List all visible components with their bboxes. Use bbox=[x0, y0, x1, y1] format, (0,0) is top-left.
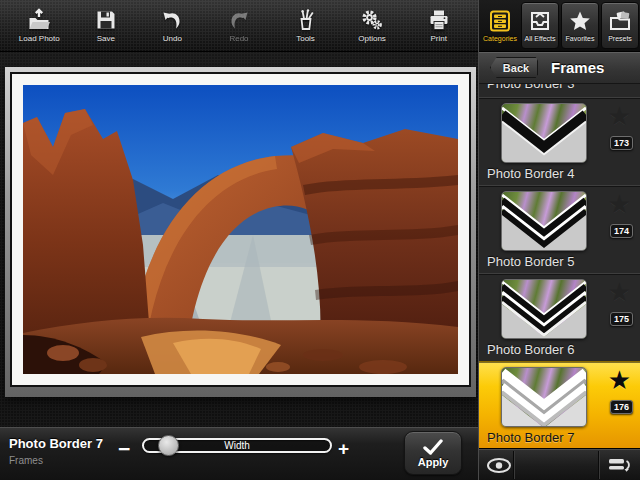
frame-thumbnail bbox=[501, 367, 587, 427]
toolbar-label: Undo bbox=[163, 34, 182, 43]
tab-label: Favorites bbox=[566, 35, 595, 42]
width-slider-thumb[interactable] bbox=[158, 435, 179, 456]
list-item[interactable]: ★ 173 Photo Border 4 bbox=[479, 97, 640, 185]
list-item[interactable]: ★ 174 Photo Border 5 bbox=[479, 185, 640, 273]
frame-thumbnail bbox=[501, 279, 587, 339]
current-effect-category: Frames bbox=[9, 455, 43, 466]
tab-label: Categories bbox=[483, 35, 517, 42]
effect-id-badge: 173 bbox=[610, 136, 633, 150]
panel-collapse-icon bbox=[608, 458, 632, 472]
checkmark-icon bbox=[422, 439, 444, 455]
effect-id-badge: 176 bbox=[610, 400, 633, 414]
categories-drawer-icon bbox=[488, 9, 512, 33]
print-button[interactable]: Print bbox=[410, 8, 468, 43]
app-window: Load Photo Save Undo Redo bbox=[0, 0, 640, 480]
save-button[interactable]: Save bbox=[77, 8, 135, 43]
apply-button[interactable]: Apply bbox=[404, 431, 462, 475]
toolbar-label: Load Photo bbox=[19, 34, 60, 43]
effect-name-label: Photo Border 3 bbox=[487, 84, 574, 91]
effects-sidebar: Categories All Effects F bbox=[478, 0, 640, 480]
width-increase-button[interactable]: + bbox=[338, 439, 349, 459]
list-item[interactable]: Photo Border 3 bbox=[479, 84, 640, 97]
list-item-selected[interactable]: ★ 176 Photo Border 7 bbox=[479, 361, 640, 448]
back-button-label: Back bbox=[503, 62, 529, 74]
frame-thumbnail bbox=[501, 191, 587, 251]
tab-favorites[interactable]: Favorites bbox=[561, 2, 599, 49]
favorite-star-icon[interactable]: ★ bbox=[608, 190, 631, 218]
preview-button[interactable] bbox=[485, 454, 513, 476]
tab-label: All Effects bbox=[525, 35, 556, 42]
load-photo-button[interactable]: Load Photo bbox=[10, 8, 68, 43]
tools-button[interactable]: Tools bbox=[277, 8, 335, 43]
effect-name-label: Photo Border 4 bbox=[487, 166, 574, 181]
photo-frame-edge bbox=[10, 72, 471, 387]
favorite-star-icon[interactable]: ★ bbox=[608, 278, 631, 306]
tab-presets[interactable]: Presets bbox=[601, 2, 639, 49]
preview-eye-icon bbox=[486, 457, 512, 474]
effect-name-label: Photo Border 6 bbox=[487, 342, 574, 357]
sidebar-bottom-bar bbox=[479, 448, 640, 480]
sidebar-tab-bar: Categories All Effects F bbox=[479, 0, 640, 52]
toolbar-label: Save bbox=[97, 34, 115, 43]
panel-collapse-button[interactable] bbox=[605, 454, 635, 476]
divider bbox=[513, 451, 514, 479]
main-toolbar: Load Photo Save Undo Redo bbox=[0, 0, 478, 52]
effect-name-label: Photo Border 7 bbox=[487, 430, 574, 445]
apply-button-label: Apply bbox=[418, 456, 449, 468]
toolbar-label: Print bbox=[430, 34, 446, 43]
photo-border-white bbox=[12, 74, 469, 385]
list-item[interactable]: ★ 175 Photo Border 6 bbox=[479, 273, 640, 361]
toolbar-label: Options bbox=[358, 34, 386, 43]
effects-list[interactable]: Photo Border 3 ★ 173 Photo Border 4 bbox=[479, 84, 640, 448]
category-header: Back Frames bbox=[479, 52, 640, 84]
undo-icon bbox=[160, 8, 184, 32]
toolbar-label: Tools bbox=[296, 34, 315, 43]
canvas-photo bbox=[23, 85, 458, 374]
tab-label: Presets bbox=[608, 35, 632, 42]
save-icon bbox=[94, 8, 118, 32]
width-decrease-button[interactable]: − bbox=[118, 439, 130, 459]
options-button[interactable]: Options bbox=[343, 8, 401, 43]
load-photo-icon bbox=[27, 8, 51, 32]
effect-id-badge: 175 bbox=[610, 312, 633, 326]
options-icon bbox=[360, 8, 384, 32]
all-effects-tray-icon bbox=[528, 9, 552, 33]
current-effect-name: Photo Border 7 bbox=[9, 436, 103, 451]
width-slider-label: Width bbox=[224, 440, 250, 451]
effect-name-label: Photo Border 5 bbox=[487, 254, 574, 269]
effect-id-badge: 174 bbox=[610, 224, 633, 238]
favorites-star-icon bbox=[568, 9, 592, 33]
back-button[interactable]: Back bbox=[490, 57, 538, 78]
favorite-star-icon[interactable]: ★ bbox=[608, 102, 631, 130]
undo-button[interactable]: Undo bbox=[143, 8, 201, 43]
photo-frame-outer bbox=[5, 67, 476, 397]
favorite-star-icon[interactable]: ★ bbox=[608, 366, 631, 394]
category-title: Frames bbox=[551, 59, 604, 76]
frame-thumbnail bbox=[501, 103, 587, 163]
redo-icon bbox=[227, 8, 251, 32]
presets-folder-icon bbox=[608, 9, 632, 33]
toolbar-label: Redo bbox=[229, 34, 248, 43]
tools-icon bbox=[294, 8, 318, 32]
editing-canvas[interactable] bbox=[0, 52, 478, 427]
divider bbox=[598, 451, 599, 479]
tab-all-effects[interactable]: All Effects bbox=[521, 2, 559, 49]
print-icon bbox=[427, 8, 451, 32]
redo-button[interactable]: Redo bbox=[210, 8, 268, 43]
tab-categories[interactable]: Categories bbox=[481, 2, 519, 49]
